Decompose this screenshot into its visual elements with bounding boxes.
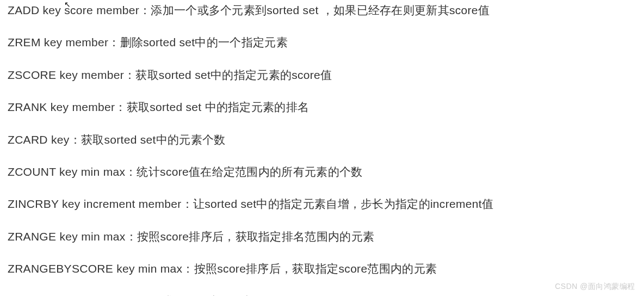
command-item: ZINCRBY key increment member：让sorted set… (8, 196, 636, 212)
command-list: ZADD key score member：添加一个或多个元素到sorted s… (8, 2, 636, 296)
command-item: ZCOUNT key min max：统计score值在给定范围内的所有元素的个… (8, 164, 636, 180)
command-item: ZREM key member：删除sorted set中的一个指定元素 (8, 34, 636, 50)
command-item: ZRANGE key min max：按照score排序后，获取指定排名范围内的… (8, 229, 636, 244)
command-item: ZCARD key：获取sorted set中的元素个数 (8, 132, 636, 147)
command-item: ZDIFF、ZINTER、ZUNION：求差集、交集、并集 (8, 293, 636, 296)
command-item: ZADD key score member：添加一个或多个元素到sorted s… (8, 2, 636, 18)
command-item: ZRANGEBYSCORE key min max：按照score排序后，获取指… (8, 261, 636, 276)
command-item: ZRANK key member：获取sorted set 中的指定元素的排名 (8, 99, 636, 115)
command-item: ZSCORE key member：获取sorted set中的指定元素的sco… (8, 67, 636, 83)
watermark: CSDN @面向鸿蒙编程 (555, 282, 635, 292)
